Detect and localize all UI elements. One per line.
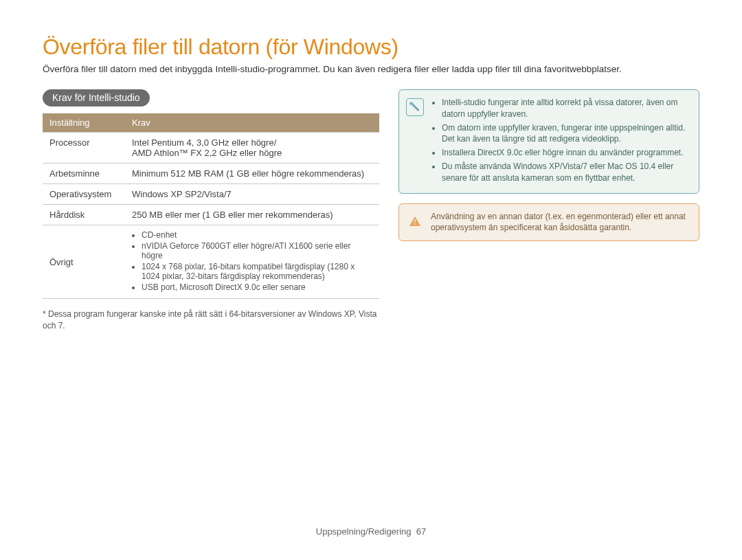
left-column: Krav för Intelli-studio Inställning Krav… [43, 89, 379, 340]
cell-label: Operativsystem [43, 184, 125, 205]
cell-value: Minimum 512 MB RAM (1 GB eller högre rek… [125, 164, 379, 184]
table-header-row: Inställning Krav [43, 113, 379, 133]
cell-value: 250 MB eller mer (1 GB eller mer rekomme… [125, 205, 379, 225]
col-header-requirement: Krav [125, 113, 379, 133]
list-item: USB port, Microsoft DirectX 9.0c eller s… [142, 282, 372, 292]
note-icon [406, 98, 424, 116]
pencil-icon [411, 103, 419, 111]
warning-text: Användning av en annan dator (t.ex. en e… [431, 211, 689, 234]
cell-value: Intel Pentium 4, 3,0 GHz eller högre/ AM… [125, 133, 379, 164]
cell-value: CD-enhet nVIDIA Geforce 7600GT eller hög… [125, 225, 379, 299]
list-item: nVIDIA Geforce 7600GT eller högre/ATI X1… [142, 241, 372, 260]
cell-value: Windows XP SP2/Vista/7 [125, 184, 379, 205]
list-item: Du måste använda Windows XP/Vista/7 elle… [442, 161, 689, 184]
cell-label: Arbetsminne [43, 164, 125, 184]
requirements-table: Inställning Krav Processor Intel Pentium… [43, 113, 379, 299]
table-row: Processor Intel Pentium 4, 3,0 GHz eller… [43, 133, 379, 164]
footer-page-number: 67 [416, 526, 426, 537]
section-heading-pill: Krav för Intelli-studio [43, 89, 150, 107]
warning-callout: Användning av en annan dator (t.ex. en e… [398, 203, 699, 242]
list-item: 1024 x 768 pixlar, 16-bitars kompatibel … [142, 262, 372, 281]
list-item: Intelli-studio fungerar inte alltid korr… [442, 97, 689, 120]
list-item: CD-enhet [142, 230, 372, 240]
two-column-layout: Krav för Intelli-studio Inställning Krav… [43, 89, 699, 340]
table-footnote: * Dessa program fungerar kanske inte på … [43, 309, 379, 332]
document-page: Överföra filer till datorn (för Windows)… [0, 0, 742, 560]
list-item: Installera DirectX 9.0c eller högre inna… [442, 147, 689, 159]
intro-paragraph: Överföra filer till datorn med det inbyg… [43, 64, 699, 74]
footer-section-label: Uppspelning/Redigering [316, 526, 412, 537]
page-title: Överföra filer till datorn (för Windows) [43, 34, 699, 60]
col-header-setting: Inställning [43, 113, 125, 133]
table-row: Arbetsminne Minimum 512 MB RAM (1 GB ell… [43, 164, 379, 184]
cell-label: Hårddisk [43, 205, 125, 225]
right-column: Intelli-studio fungerar inte alltid korr… [398, 89, 699, 251]
list-item: Om datorn inte uppfyller kraven, fungera… [442, 122, 689, 146]
info-callout: Intelli-studio fungerar inte alltid korr… [398, 89, 699, 194]
other-requirements-list: CD-enhet nVIDIA Geforce 7600GT eller hög… [132, 230, 372, 292]
table-row: Hårddisk 250 MB eller mer (1 GB eller me… [43, 205, 379, 225]
table-row: Operativsystem Windows XP SP2/Vista/7 [43, 184, 379, 205]
triangle-icon [409, 216, 420, 226]
table-row: Övrigt CD-enhet nVIDIA Geforce 7600GT el… [43, 225, 379, 299]
cell-label: Processor [43, 133, 125, 164]
cell-label: Övrigt [43, 225, 125, 299]
warning-icon [406, 212, 424, 230]
info-list: Intelli-studio fungerar inte alltid korr… [431, 97, 689, 186]
page-footer: Uppspelning/Redigering 67 [0, 526, 742, 537]
